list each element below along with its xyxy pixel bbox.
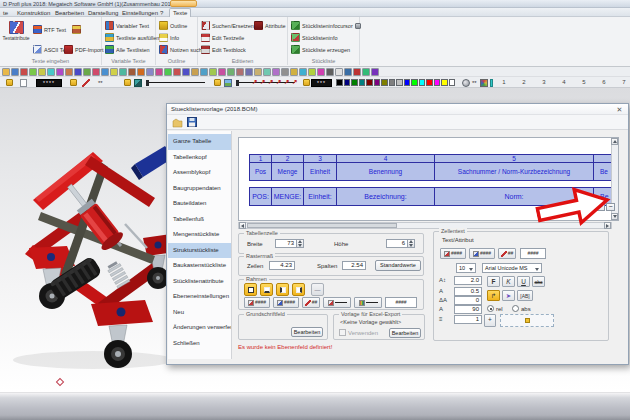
- table-header-cell[interactable]: Menge: [271, 162, 304, 181]
- cell-layer-button[interactable]: ####: [440, 248, 466, 259]
- cell-group-button[interactable]: ####: [469, 248, 495, 259]
- text-height-input[interactable]: 2.0: [454, 276, 482, 285]
- toolbar-icon[interactable]: [164, 68, 172, 76]
- breite-spinner[interactable]: [297, 239, 304, 248]
- font-family-select[interactable]: Arial Unicode MS: [482, 263, 542, 273]
- ribbon-item-rtf-text[interactable]: RTF Text: [33, 25, 66, 34]
- frame-linewidth-button[interactable]: [354, 297, 382, 308]
- page-icon[interactable]: [20, 79, 27, 87]
- layer-number[interactable]: 3: [534, 79, 554, 85]
- zeilen-input[interactable]: 4.23: [269, 261, 295, 270]
- toolbar-icon[interactable]: [182, 68, 190, 76]
- frame-group-button[interactable]: ####: [273, 297, 299, 308]
- frame-code-field[interactable]: ####: [385, 297, 417, 308]
- standardwerte-button[interactable]: Standardwerte: [375, 260, 421, 271]
- toolbar-icon[interactable]: [29, 68, 37, 76]
- ribbon-item-stueckliste-erzeugen[interactable]: Stückliste erzeugen: [291, 45, 350, 54]
- frame-linestyle-button[interactable]: [323, 297, 351, 308]
- table-value-cell[interactable]: Bezeichnung:: [336, 187, 435, 206]
- layer-number[interactable]: 5: [574, 79, 594, 85]
- strikethrough-button[interactable]: abc: [532, 276, 545, 287]
- sidebar-item[interactable]: Baugruppendaten: [168, 181, 231, 197]
- sidebar-item[interactable]: Ganze Tabelle: [168, 134, 231, 150]
- toolbar-icon[interactable]: [272, 68, 280, 76]
- palette-icon[interactable]: [480, 79, 488, 87]
- text-direction-button[interactable]: ↱: [487, 290, 500, 301]
- color-swatch[interactable]: [336, 79, 343, 86]
- toolbar-icon[interactable]: [308, 68, 316, 76]
- rel-radio[interactable]: rel: [487, 305, 503, 312]
- sidebar-item[interactable]: Ebeneneinstellungen: [168, 289, 231, 305]
- tab-darstellung[interactable]: Darstellung: [85, 9, 121, 17]
- tab-fragment[interactable]: te: [0, 9, 11, 17]
- toolbar-icon[interactable]: [290, 68, 298, 76]
- bold-button[interactable]: F: [487, 276, 500, 287]
- toolbar-icon[interactable]: [74, 68, 82, 76]
- sidebar-item[interactable]: Tabellenkopf: [168, 150, 231, 166]
- toolbar-icon[interactable]: [200, 68, 208, 76]
- lock-icon[interactable]: [6, 79, 13, 86]
- cell-pen-button[interactable]: ##: [498, 248, 516, 259]
- scroll-left-icon[interactable]: [239, 222, 246, 229]
- tab-help[interactable]: ?: [157, 9, 166, 17]
- width-factor-input[interactable]: 90: [454, 305, 482, 314]
- globe-icon[interactable]: [462, 79, 470, 87]
- toolbar-icon[interactable]: [38, 68, 46, 76]
- toolbar-icon[interactable]: [101, 68, 109, 76]
- marker-arrow-icon[interactable]: ↗: [284, 78, 289, 86]
- toolbar-icon[interactable]: [191, 68, 199, 76]
- breite-input[interactable]: 73: [275, 239, 297, 248]
- hoehe-spinner[interactable]: [408, 239, 415, 248]
- toolbar-icon[interactable]: [344, 68, 352, 76]
- toolbar-icon[interactable]: [128, 68, 136, 76]
- brush-icon[interactable]: [134, 79, 142, 87]
- sidebar-item[interactable]: Strukturstückliste: [168, 243, 231, 259]
- tab-konstruktion[interactable]: Konstruktion: [14, 9, 53, 17]
- hatch-icon[interactable]: [224, 79, 232, 87]
- color-swatch[interactable]: [351, 79, 358, 86]
- toolbar-icon[interactable]: [353, 68, 361, 76]
- text-rotate-button[interactable]: ➤: [502, 290, 515, 301]
- sidebar-item[interactable]: Stücklistenattribute: [168, 274, 231, 290]
- ribbon-item-edit-textzeile[interactable]: Edit Textzeile: [201, 33, 244, 42]
- toolbar-icon[interactable]: [92, 68, 100, 76]
- border-left-button[interactable]: [276, 283, 289, 296]
- sidebar-item[interactable]: Tabellenfuß: [168, 212, 231, 228]
- quick-access-button[interactable]: [170, 0, 197, 7]
- border-right-button[interactable]: [292, 283, 305, 296]
- toolbar-icon[interactable]: [47, 68, 55, 76]
- sidebar-item[interactable]: Mengenstückliste: [168, 227, 231, 243]
- cell-code-field[interactable]: ####: [520, 248, 546, 259]
- toolbar-icon[interactable]: [209, 68, 217, 76]
- toolbar-icon[interactable]: [65, 68, 73, 76]
- anchor-position-selector[interactable]: [500, 314, 554, 327]
- table-value-cell[interactable]: MENGE:: [271, 187, 304, 206]
- layer-number[interactable]: 4: [554, 79, 574, 85]
- color-swatch[interactable]: [411, 79, 418, 86]
- color-swatch[interactable]: [441, 79, 448, 86]
- toolbar-icon[interactable]: [227, 68, 235, 76]
- toolbar-icon[interactable]: [236, 68, 244, 76]
- font-size-select[interactable]: 10: [456, 263, 476, 273]
- ribbon-item-textliste-ausfuellen[interactable]: Textliste ausfüllen: [105, 33, 159, 42]
- lock-icon[interactable]: [303, 79, 310, 86]
- line-count-input[interactable]: 1: [454, 315, 482, 324]
- lock-icon[interactable]: [124, 79, 131, 86]
- toolbar-icon[interactable]: [2, 68, 10, 76]
- color-display-box[interactable]: ***: [311, 79, 332, 87]
- sidebar-item[interactable]: Neu: [168, 305, 231, 321]
- hoehe-input[interactable]: 6: [386, 239, 408, 248]
- line-style-sample[interactable]: [149, 82, 205, 83]
- table-header-cell[interactable]: Einheit: [303, 162, 337, 181]
- ribbon-item-stuecklisteninfocursor[interactable]: Stücklisteninfocursor: [291, 21, 361, 30]
- layer-number[interactable]: 2: [514, 79, 534, 85]
- tab-einstellungen[interactable]: Einstellungen: [119, 9, 161, 17]
- sidebar-item[interactable]: Bauteildaten: [168, 196, 231, 212]
- marker-arrow-icon[interactable]: ↗: [268, 78, 273, 86]
- color-swatch[interactable]: [396, 79, 403, 86]
- toolbar-icon[interactable]: [254, 68, 262, 76]
- verwenden-checkbox[interactable]: [339, 329, 346, 336]
- color-swatch[interactable]: [404, 79, 411, 86]
- ribbon-item-suchen-ersetzen[interactable]: Suchen/Ersetzen: [201, 21, 254, 30]
- toolbar-icon[interactable]: [317, 68, 325, 76]
